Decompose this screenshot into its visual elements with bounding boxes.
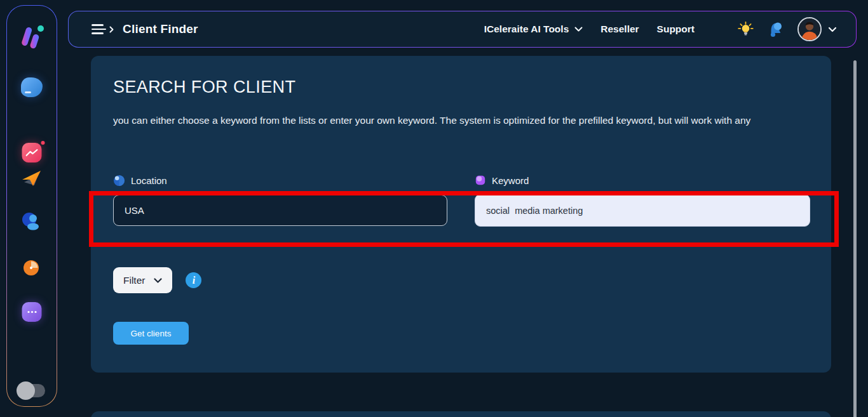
- vertical-scrollbar[interactable]: [853, 60, 857, 417]
- nav-item-reseller[interactable]: Reseller: [600, 23, 639, 35]
- filter-dropdown-button[interactable]: Filter: [113, 267, 172, 293]
- keyword-input[interactable]: [475, 194, 810, 227]
- navbar: Client Finder ICeleraite AI Tools Resell…: [68, 11, 857, 48]
- chevron-down-icon: [574, 27, 583, 32]
- toggle-knob: [17, 381, 35, 400]
- get-clients-button[interactable]: Get clients: [113, 322, 189, 345]
- keyword-label-text: Keyword: [492, 175, 529, 186]
- hamburger-menu-icon[interactable]: [92, 24, 114, 34]
- location-label-text: Location: [131, 175, 167, 186]
- cloud-icon[interactable]: [21, 77, 43, 97]
- panel-title: SEARCH FOR CLIENT: [113, 77, 809, 97]
- keyword-field-group: Keyword: [475, 175, 810, 227]
- chat-icon[interactable]: [22, 302, 42, 322]
- nav-item-label: Reseller: [600, 23, 639, 35]
- hamburger-lines: [92, 24, 106, 34]
- panel-description: you can either choose a keyword from the…: [113, 112, 809, 129]
- chevron-down-icon[interactable]: [828, 27, 837, 32]
- location-label: Location: [113, 175, 447, 187]
- globe-icon: [113, 175, 125, 187]
- keyword-icon: [475, 175, 486, 186]
- chevron-right-icon: [109, 26, 114, 33]
- user-menu[interactable]: [797, 17, 837, 41]
- page-title: Client Finder: [123, 22, 198, 36]
- chevron-down-icon: [154, 278, 162, 283]
- search-for-client-panel: SEARCH FOR CLIENT you can either choose …: [91, 56, 831, 373]
- sidebar: [6, 5, 57, 407]
- nav-item-label: ICeleraite AI Tools: [484, 23, 569, 35]
- location-input[interactable]: [113, 195, 447, 226]
- nav-item-ai-tools[interactable]: ICeleraite AI Tools: [484, 23, 583, 35]
- person-search-icon[interactable]: [20, 210, 43, 235]
- notification-bell-icon[interactable]: [767, 21, 784, 38]
- send-icon[interactable]: [19, 167, 44, 194]
- chart-icon[interactable]: [22, 143, 42, 162]
- location-field-group: Location: [113, 175, 447, 227]
- nav-item-support[interactable]: Support: [657, 23, 695, 35]
- lightbulb-icon[interactable]: [738, 22, 754, 37]
- clock-icon[interactable]: [21, 258, 43, 282]
- nav-item-label: Support: [657, 23, 695, 35]
- user-avatar[interactable]: [797, 17, 822, 41]
- sidebar-toggle[interactable]: [18, 384, 45, 397]
- info-icon[interactable]: i: [186, 272, 201, 288]
- keyword-label: Keyword: [475, 175, 810, 186]
- filter-button-label: Filter: [123, 275, 145, 286]
- app-logo[interactable]: [18, 23, 46, 55]
- next-section-panel: [91, 411, 831, 417]
